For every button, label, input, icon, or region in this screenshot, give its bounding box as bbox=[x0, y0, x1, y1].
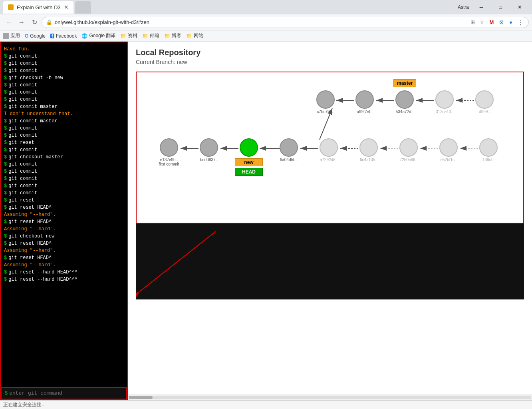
folder2-icon: 📁 bbox=[142, 33, 148, 39]
cmd: git commit bbox=[8, 146, 37, 154]
gmail-icon[interactable]: M bbox=[488, 18, 496, 26]
scrollbar-thumb[interactable] bbox=[129, 396, 153, 399]
node-138cf: 138cf.. bbox=[479, 138, 502, 162]
prompt: $ bbox=[4, 218, 7, 225]
horizontal-scrollbar[interactable] bbox=[128, 394, 532, 400]
prompt: $ bbox=[4, 161, 7, 168]
cmd: git commit bbox=[8, 168, 37, 175]
node-6c4a105: 6c4a105.. bbox=[359, 138, 383, 162]
status-text: 正在建立安全连接... bbox=[3, 401, 46, 408]
cmd: git commit bbox=[8, 53, 37, 60]
info-text-4: Assuming "--hard". bbox=[4, 225, 56, 233]
folder3-icon: 📁 bbox=[164, 33, 170, 39]
bookmark-google[interactable]: G Google bbox=[25, 33, 46, 39]
node-e137e9b: e137e9b.. first commit bbox=[160, 138, 183, 166]
cmd: git commit bbox=[8, 190, 37, 197]
back-button[interactable]: ← bbox=[3, 17, 14, 28]
cmd: git commit bbox=[8, 182, 37, 190]
cmd: git commit master bbox=[8, 118, 57, 125]
bottom-dark-area bbox=[136, 223, 524, 299]
terminal-output: Have fun. $ git commit $ git commit $ gi… bbox=[1, 42, 127, 387]
info-text-3: Assuming "--hard". bbox=[4, 211, 56, 218]
right-panel: Local Repository Current Branch: new bbox=[128, 42, 532, 400]
cmd: git commit bbox=[8, 161, 37, 168]
address-bar[interactable]: 🔒 onlywei.github.io/explain-git-with-d3/… bbox=[42, 17, 529, 28]
cmd: git commit bbox=[8, 125, 37, 132]
prompt: $ bbox=[4, 175, 7, 182]
terminal-line-9: $ git commit master bbox=[4, 118, 124, 125]
bookmark-folder3[interactable]: 📁 博客 bbox=[164, 32, 181, 39]
inactive-tab[interactable] bbox=[75, 1, 91, 14]
git-graph-container: c7bc792.. a99f7ef.. master 534a72d.. bbox=[136, 72, 524, 223]
terminal-line-22: $ git reset HEAD^ bbox=[4, 218, 124, 225]
cmd: git checkout master bbox=[8, 154, 63, 161]
terminal-input[interactable] bbox=[9, 390, 123, 396]
node-313ce13: 313ce13.. bbox=[435, 90, 459, 114]
active-tab[interactable]: Explain Git with D3 ✕ bbox=[3, 1, 73, 14]
node-6a04d5b: 6a04d5b.. bbox=[280, 138, 303, 162]
prompt: $ bbox=[4, 190, 7, 197]
terminal-line-17: $ git commit bbox=[4, 175, 124, 182]
extension-icon[interactable]: ● bbox=[507, 18, 515, 26]
prompt: $ bbox=[4, 139, 7, 146]
bookmark-apps[interactable]: 应用 bbox=[3, 32, 20, 39]
prompt: $ bbox=[4, 74, 7, 82]
folder4-label: 网站 bbox=[194, 32, 203, 39]
prompt: $ bbox=[4, 53, 7, 60]
bookmark-folder2[interactable]: 📁 邮箱 bbox=[142, 32, 159, 39]
new-label: new bbox=[235, 158, 263, 166]
node-ff530c8: ff530c8.. new HEAD bbox=[240, 138, 263, 162]
terminal-line-11: $ git commit bbox=[4, 132, 124, 139]
apps-label: 应用 bbox=[10, 32, 20, 39]
repo-area: Local Repository Current Branch: new bbox=[128, 42, 532, 394]
cmd: git checkout -b new bbox=[8, 74, 63, 82]
content-area: Have fun. $ git commit $ git commit $ gi… bbox=[0, 42, 532, 400]
node-534a72d: master 534a72d.. bbox=[395, 90, 419, 114]
terminal-line-6: $ git commit bbox=[4, 89, 124, 96]
folder1-label: 资料 bbox=[128, 32, 137, 39]
translate-icon[interactable]: ⊞ bbox=[468, 18, 476, 26]
folder2-label: 邮箱 bbox=[150, 32, 159, 39]
terminal-line-5: $ git commit bbox=[4, 82, 124, 89]
bookmark-star-icon[interactable]: ☆ bbox=[478, 18, 486, 26]
node-e52bf1c: e52bf1c.. bbox=[439, 138, 463, 162]
refresh-button[interactable]: ↻ bbox=[29, 17, 40, 28]
cmd: git checkout new bbox=[8, 233, 54, 240]
terminal-line-20: $ git reset bbox=[4, 197, 124, 204]
terminal-line-1: $ git commit bbox=[4, 53, 124, 60]
maximize-button[interactable]: □ bbox=[491, 1, 510, 14]
prompt: $ bbox=[4, 154, 7, 161]
terminal-line-info1: Have fun. bbox=[4, 46, 124, 53]
outlook-icon[interactable]: ⊠ bbox=[497, 18, 505, 26]
prompt: $ bbox=[4, 254, 7, 261]
svg-line-19 bbox=[140, 231, 216, 291]
cmd: git commit bbox=[8, 67, 37, 74]
info-text-5: Assuming "--hard". bbox=[4, 247, 56, 254]
facebook-icon: f bbox=[50, 34, 54, 38]
bookmark-folder1[interactable]: 📁 资料 bbox=[120, 32, 137, 39]
node-bddd837: bddd837.. bbox=[200, 138, 223, 162]
menu-icon[interactable]: ⋮ bbox=[516, 18, 524, 26]
title-bar: Explain Git with D3 ✕ Astra ─ □ ✕ bbox=[0, 0, 532, 14]
terminal-input-area[interactable]: $ bbox=[1, 387, 127, 399]
prompt: $ bbox=[4, 204, 7, 211]
forward-button[interactable]: → bbox=[16, 17, 27, 28]
cmd: git commit master bbox=[8, 103, 57, 110]
terminal-line-25: $ git reset HEAD^ bbox=[4, 254, 124, 261]
terminal-line-10: $ git commit bbox=[4, 125, 124, 132]
terminal-line-16: $ git commit bbox=[4, 168, 124, 175]
terminal-line-13: $ git commit bbox=[4, 146, 124, 154]
minimize-button[interactable]: ─ bbox=[472, 1, 490, 14]
tab-close-button[interactable]: ✕ bbox=[64, 4, 69, 10]
folder1-icon: 📁 bbox=[120, 33, 126, 39]
prompt: $ bbox=[4, 125, 7, 132]
prompt: $ bbox=[4, 96, 7, 103]
bookmark-translate[interactable]: 🌐 Google 翻译 bbox=[81, 32, 115, 39]
terminal-line-info6: Assuming "--hard". bbox=[4, 261, 124, 269]
close-button[interactable]: ✕ bbox=[510, 1, 529, 14]
terminal-panel: Have fun. $ git commit $ git commit $ gi… bbox=[0, 42, 128, 400]
bookmark-folder4[interactable]: 📁 网站 bbox=[186, 32, 203, 39]
cmd: git reset --hard HEAD^^^ bbox=[8, 269, 77, 276]
terminal-line-info3: Assuming "--hard". bbox=[4, 211, 124, 218]
bookmark-facebook[interactable]: f Facebook bbox=[50, 33, 77, 39]
